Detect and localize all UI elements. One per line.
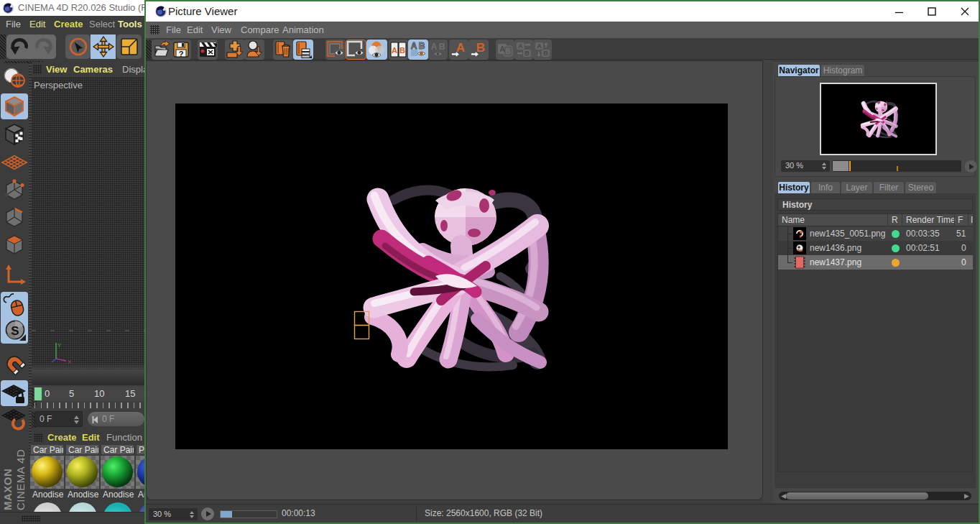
svg-text:B: B — [524, 50, 530, 57]
svg-text:B: B — [543, 50, 548, 57]
svg-text:B: B — [476, 41, 485, 55]
svg-text:A: A — [392, 46, 397, 55]
svg-text:A: A — [411, 41, 417, 51]
svg-text:B: B — [505, 47, 510, 55]
svg-text:B: B — [399, 46, 405, 55]
svg-text:A: A — [537, 42, 542, 50]
svg-text:?: ? — [179, 50, 184, 58]
svg-text:B: B — [439, 42, 445, 52]
svg-text:A: A — [431, 42, 438, 52]
svg-text:A: A — [518, 42, 523, 50]
svg-text:Y: Y — [57, 342, 62, 349]
svg-text:S: S — [11, 324, 19, 338]
svg-text:B: B — [419, 41, 425, 51]
svg-text:A: A — [499, 45, 504, 53]
